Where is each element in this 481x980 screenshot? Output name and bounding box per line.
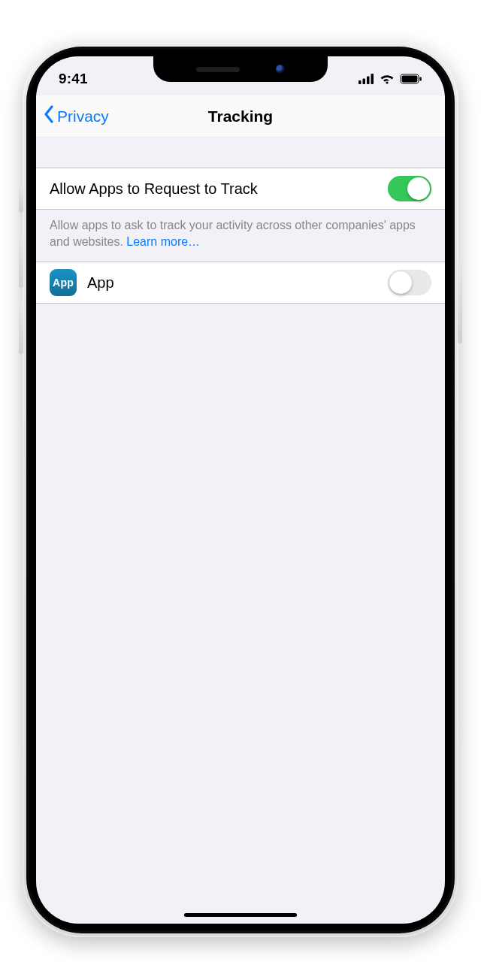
app-name-label: App	[87, 274, 388, 292]
earpiece	[196, 67, 240, 72]
footer-text: Allow apps to ask to track your activity…	[50, 219, 416, 248]
volume-up-button	[19, 235, 23, 288]
learn-more-link[interactable]: Learn more…	[126, 235, 200, 248]
mute-switch	[19, 186, 23, 213]
svg-rect-6	[402, 76, 418, 83]
notch	[153, 56, 328, 82]
volume-down-button	[19, 301, 23, 354]
svg-rect-1	[363, 79, 366, 85]
status-right	[358, 74, 422, 84]
phone-frame: 9:41	[23, 43, 458, 937]
app-icon: App	[50, 269, 77, 296]
allow-tracking-toggle[interactable]	[388, 176, 431, 201]
allow-tracking-cell: Allow Apps to Request to Track	[36, 168, 445, 210]
chevron-left-icon	[44, 105, 54, 127]
wifi-icon	[380, 74, 395, 84]
svg-rect-0	[358, 80, 362, 84]
allow-tracking-label: Allow Apps to Request to Track	[50, 180, 388, 198]
content[interactable]: Allow Apps to Request to Track Allow app…	[36, 138, 445, 924]
cellular-icon	[358, 74, 374, 84]
screen: 9:41	[36, 56, 445, 924]
status-time: 9:41	[59, 71, 88, 87]
svg-rect-2	[367, 77, 370, 85]
back-button[interactable]: Privacy	[44, 95, 109, 137]
nav-header: Privacy Tracking	[36, 95, 445, 138]
side-button	[458, 261, 462, 343]
svg-rect-7	[419, 77, 421, 80]
app-tracking-toggle[interactable]	[388, 270, 431, 295]
battery-icon	[400, 74, 422, 84]
svg-point-4	[386, 81, 388, 83]
front-camera	[276, 65, 285, 74]
app-tracking-cell: AppApp	[36, 262, 445, 304]
back-label: Privacy	[57, 107, 109, 126]
home-indicator[interactable]	[184, 913, 297, 917]
allow-tracking-footer: Allow apps to ask to track your activity…	[36, 210, 445, 262]
svg-rect-3	[371, 74, 374, 84]
page-title: Tracking	[208, 107, 273, 126]
toggle-knob	[389, 271, 412, 294]
toggle-knob	[407, 177, 430, 200]
apps-list: AppApp	[36, 262, 445, 304]
section-spacer	[36, 138, 445, 168]
